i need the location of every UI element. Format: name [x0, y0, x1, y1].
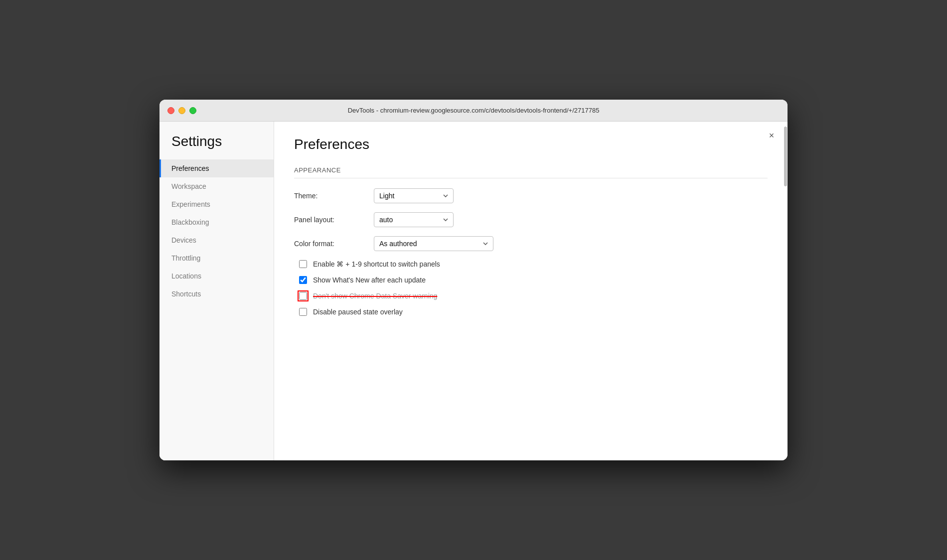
traffic-lights [167, 107, 196, 114]
sidebar-title: Settings [159, 134, 274, 159]
theme-select[interactable]: Light Dark System preference [374, 188, 454, 203]
sidebar-nav: Preferences Workspace Experiments Blackb… [159, 159, 274, 303]
sidebar-item-workspace[interactable]: Workspace [159, 177, 274, 195]
close-button[interactable]: × [766, 130, 778, 141]
panel-layout-label: Panel layout: [294, 216, 374, 224]
content-title: Preferences [294, 137, 768, 152]
sidebar-item-blackboxing[interactable]: Blackboxing [159, 213, 274, 231]
data-saver-row: Don't show Chrome Data Saver warning [299, 292, 768, 300]
scrollbar-track[interactable] [784, 122, 788, 460]
window-title: DevTools - chromium-review.googlesource.… [348, 107, 600, 114]
scrollbar-thumb[interactable] [784, 127, 787, 186]
data-saver-checkbox[interactable] [299, 292, 307, 300]
whats-new-checkbox[interactable] [299, 276, 307, 284]
content-area: × Preferences Appearance Theme: Light Da… [274, 122, 788, 460]
color-format-select[interactable]: As authored HEX RGB HSL [374, 236, 493, 251]
sidebar-item-locations[interactable]: Locations [159, 267, 274, 285]
minimize-traffic-light[interactable] [178, 107, 185, 114]
title-bar: DevTools - chromium-review.googlesource.… [159, 100, 788, 122]
sidebar-item-shortcuts[interactable]: Shortcuts [159, 285, 274, 303]
theme-label: Theme: [294, 192, 374, 200]
sidebar-item-preferences[interactable]: Preferences [159, 159, 274, 177]
mac-window: DevTools - chromium-review.googlesource.… [159, 100, 788, 460]
cmd-shortcut-row: Enable ⌘ + 1-9 shortcut to switch panels [299, 260, 768, 268]
data-saver-label: Don't show Chrome Data Saver warning [313, 292, 437, 300]
cmd-shortcut-checkbox[interactable] [299, 260, 307, 268]
appearance-section-title: Appearance [294, 166, 768, 178]
color-format-label: Color format: [294, 240, 374, 248]
whats-new-row: Show What's New after each update [299, 276, 768, 284]
window-body: Settings Preferences Workspace Experimen… [159, 122, 788, 460]
sidebar-item-experiments[interactable]: Experiments [159, 195, 274, 213]
color-format-row: Color format: As authored HEX RGB HSL [294, 236, 768, 251]
sidebar: Settings Preferences Workspace Experimen… [159, 122, 274, 460]
theme-row: Theme: Light Dark System preference [294, 188, 768, 203]
paused-overlay-checkbox[interactable] [299, 308, 307, 316]
sidebar-item-devices[interactable]: Devices [159, 231, 274, 249]
cmd-shortcut-label: Enable ⌘ + 1-9 shortcut to switch panels [313, 260, 440, 268]
maximize-traffic-light[interactable] [189, 107, 196, 114]
whats-new-label: Show What's New after each update [313, 276, 426, 284]
panel-layout-select[interactable]: auto horizontal vertical [374, 212, 454, 227]
paused-overlay-label: Disable paused state overlay [313, 308, 403, 316]
sidebar-item-throttling[interactable]: Throttling [159, 249, 274, 267]
close-traffic-light[interactable] [167, 107, 174, 114]
panel-layout-row: Panel layout: auto horizontal vertical [294, 212, 768, 227]
paused-overlay-row: Disable paused state overlay [299, 308, 768, 316]
